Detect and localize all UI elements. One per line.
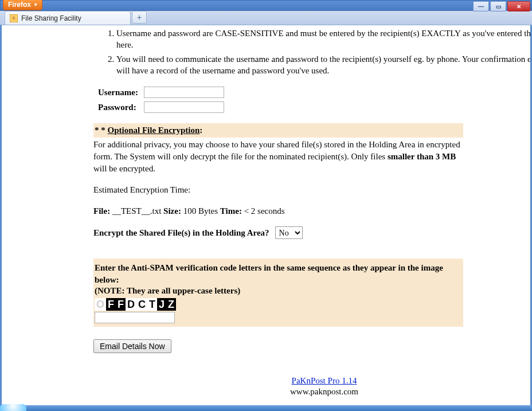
tab-file-sharing[interactable]: ⎘ File Sharing Facility (5, 11, 131, 25)
instruction-list: Username and password are CASE-SENSITIVE… (93, 28, 530, 76)
taskbar (0, 405, 532, 411)
content-scroll[interactable]: Username and password are CASE-SENSITIVE… (2, 25, 530, 411)
tabstrip: ⎘ File Sharing Facility + (0, 11, 532, 25)
captcha-char: O (95, 298, 106, 311)
encryption-desc-bold: smaller than 3 MB (388, 152, 456, 161)
encryption-desc-post: will be encrypted. (93, 164, 155, 173)
encryption-heading-colon: : (200, 126, 202, 135)
time-value: < 2 seconds (244, 206, 285, 216)
captcha-image: OFFDCTJZ (95, 298, 176, 311)
password-input[interactable] (144, 101, 224, 113)
footer-link[interactable]: PaKnPost Pro 1.14 (292, 376, 357, 385)
client-area: Username and password are CASE-SENSITIVE… (0, 25, 532, 411)
size-value: 100 Bytes (183, 206, 218, 216)
start-orb[interactable] (0, 404, 26, 411)
antispam-note: (NOTE: They are all upper-case letters) (95, 286, 462, 296)
file-label: File: (93, 206, 110, 216)
new-tab-button[interactable]: + (132, 11, 147, 24)
username-label: Username: (96, 85, 140, 99)
captcha-char: F (116, 298, 126, 311)
encrypt-select[interactable]: No (275, 226, 303, 239)
instruction-item-2: You will need to communicate the usernam… (116, 53, 530, 77)
antispam-header: Enter the Anti-SPAM verification code le… (95, 262, 462, 286)
encryption-description: For additional privacy, you may choose t… (93, 139, 463, 175)
encryption-heading-stars: * * (95, 126, 105, 135)
encryption-heading: * * Optional File Encryption: (93, 123, 463, 138)
firefox-menu-label: Firefox (8, 1, 31, 9)
encrypt-question: Encrypt the Shared File(s) in the Holdin… (93, 228, 269, 238)
file-info-row: File: __TEST__.txt Size: 100 Bytes Time:… (93, 206, 463, 216)
time-label: Time: (220, 206, 242, 216)
window-controls: — ▭ ✕ (473, 1, 530, 11)
close-button[interactable]: ✕ (507, 1, 530, 11)
minimize-button[interactable]: — (473, 1, 489, 11)
submit-row: Email Details Now (93, 339, 530, 353)
firefox-menu-button[interactable]: Firefox ▾ (3, 0, 42, 10)
tab-title: File Sharing Facility (21, 14, 81, 22)
footer-site: www.paknpost.com (93, 387, 530, 397)
page-content: Username and password are CASE-SENSITIVE… (93, 28, 530, 411)
credentials-table: Username: Password: (95, 84, 228, 115)
captcha-char: T (147, 298, 157, 311)
instruction-item-1: Username and password are CASE-SENSITIVE… (116, 28, 530, 51)
username-input[interactable] (144, 87, 224, 98)
estimated-time-label: Estimated Encryption Time: (93, 185, 463, 195)
captcha-char: J (157, 298, 166, 311)
password-label: Password: (96, 100, 140, 114)
captcha-char: F (106, 298, 116, 311)
tab-favicon: ⎘ (10, 14, 18, 22)
captcha-char: D (126, 298, 136, 311)
size-label: Size: (163, 206, 181, 216)
antispam-section: Enter the Anti-SPAM verification code le… (93, 259, 463, 327)
captcha-char: Z (166, 298, 176, 311)
email-details-button[interactable]: Email Details Now (93, 339, 171, 353)
maximize-button[interactable]: ▭ (490, 1, 506, 11)
captcha-char: C (136, 298, 147, 311)
captcha-input[interactable] (95, 312, 175, 323)
chevron-down-icon: ▾ (34, 2, 37, 7)
encrypt-question-row: Encrypt the Shared File(s) in the Holdin… (93, 226, 530, 239)
encryption-heading-text: Optional File Encryption (108, 126, 200, 135)
footer: PaKnPost Pro 1.14 www.paknpost.com (93, 376, 530, 397)
file-value: __TEST__.txt (112, 206, 161, 216)
titlebar: Firefox ▾ — ▭ ✕ (0, 0, 532, 11)
